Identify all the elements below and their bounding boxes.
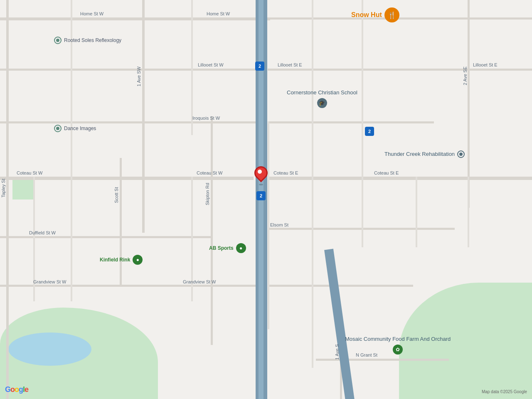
- pin-shadow: [259, 184, 263, 185]
- snow-hut-icon: 🍴: [384, 7, 399, 22]
- coteau-st-e-road: [268, 177, 532, 180]
- google-o1: o: [10, 385, 15, 394]
- iroquois-st-w-label: Iroquois St W: [192, 116, 220, 121]
- scott-st-label: Scott St: [114, 187, 119, 203]
- minor-road-5: [71, 177, 72, 301]
- duffield-st-label: Duffield St W: [29, 230, 56, 235]
- coteau-st-e-label-2: Coteau St E: [374, 170, 399, 175]
- iroquois-st-e-road: [268, 121, 434, 123]
- iroquois-st-w-road: [0, 121, 257, 123]
- skipton-rd-road: [211, 116, 213, 345]
- one-ave-sw-road: [142, 0, 145, 233]
- highway-badge-pin: 2: [256, 191, 266, 200]
- thunder-creek-place[interactable]: Thunder Creek Rehabilitation: [384, 150, 465, 158]
- lillooet-st-w-label: Lillooet St W: [198, 62, 224, 67]
- scott-st-road: [120, 158, 122, 287]
- snow-hut-place[interactable]: Snow Hut 🍴: [351, 7, 399, 22]
- two-ave-se-label: 2 Ave SE: [463, 66, 468, 85]
- google-e: e: [25, 385, 28, 394]
- map-container[interactable]: ↓ 2 Home St W Home St W Lillooet St W Li…: [0, 0, 532, 399]
- map-attribution: Map data ©2025 Google: [482, 389, 527, 394]
- skipton-rd-label: Skipton Rd: [205, 183, 210, 205]
- highway-badge-top: 2: [255, 62, 264, 71]
- minor-road-8: [268, 121, 269, 329]
- mosaic-farm-marker: ✿: [393, 345, 403, 355]
- coteau-st-w-label-2: Coteau St W: [197, 170, 222, 175]
- grandview-st-w-label-2: Grandview St W: [183, 279, 216, 284]
- google-g: G: [5, 385, 10, 394]
- grandview-st-w-road: [0, 285, 256, 287]
- rooted-soles-label: Rooted Soles Reflexology: [64, 37, 121, 43]
- one-ave-s-label: 1 Ave S: [335, 344, 340, 360]
- dance-images-label: Dance Images: [64, 126, 96, 131]
- minor-road-3: [191, 69, 193, 135]
- lillooet-st-e-road: [268, 69, 532, 71]
- tapley-st-label: Tapley St: [1, 179, 6, 197]
- grandview-st-e-road: [268, 285, 413, 287]
- google-g2: g: [19, 385, 23, 394]
- ab-sports-marker: ●: [236, 243, 246, 253]
- dance-images-place[interactable]: Dance Images: [54, 125, 96, 132]
- minor-road-2: [191, 0, 193, 71]
- rooted-soles-place[interactable]: Rooted Soles Reflexology: [54, 37, 121, 44]
- lillooet-st-w-road: [0, 69, 258, 71]
- highway-badge-right: 2: [365, 127, 374, 136]
- rooted-soles-marker: [54, 37, 62, 44]
- home-st-w-road: [0, 17, 270, 20]
- minor-road-16: [468, 177, 469, 247]
- mosaic-farm-place[interactable]: Mosaic Community Food Farm And Orchard ✿: [345, 336, 451, 355]
- one-ave-sw-label: 1 Ave SW: [136, 66, 141, 86]
- thunder-creek-marker: [457, 150, 465, 158]
- kinfield-rink-marker: ●: [133, 255, 143, 265]
- home-st-e-road: [270, 17, 532, 20]
- kinfield-rink-label: Kinfield Rink: [100, 257, 130, 263]
- coteau-st-e-label-1: Coteau St E: [273, 170, 298, 175]
- duffield-st-w-road: [0, 236, 212, 238]
- cornerstone-school-marker: 🎓: [317, 98, 327, 108]
- coteau-st-w-label-1: Coteau St W: [17, 170, 42, 175]
- minor-road-12: [362, 69, 363, 193]
- thunder-creek-label: Thunder Creek Rehabilitation: [384, 151, 455, 158]
- ab-sports-place[interactable]: AB Sports ●: [209, 243, 246, 253]
- minor-road-17: [312, 285, 313, 368]
- minor-road-9: [312, 0, 313, 71]
- cornerstone-school-place[interactable]: Cornerstone Christian School 🎓: [287, 89, 357, 108]
- home-st-w-label-2: Home St W: [207, 11, 230, 16]
- mosaic-farm-label: Mosaic Community Food Farm And Orchard: [345, 336, 451, 343]
- river-water: [8, 332, 91, 366]
- kinfield-rink-place[interactable]: Kinfield Rink ●: [100, 255, 143, 265]
- elsom-st-label: Elsom St: [270, 222, 288, 227]
- ab-sports-label: AB Sports: [209, 245, 234, 251]
- google-o2: o: [15, 385, 19, 394]
- minor-road-11: [312, 69, 313, 193]
- lillooet-st-e-label-1: Lillooet St E: [278, 62, 302, 67]
- minor-road-15: [416, 177, 417, 247]
- cornerstone-school-label: Cornerstone Christian School: [287, 89, 357, 96]
- lillooet-st-e-label-2: Lillooet St E: [473, 62, 498, 67]
- coteau-st-w-road: [0, 177, 254, 180]
- location-pin: [254, 166, 268, 185]
- home-st-w-label-1: Home St W: [80, 11, 103, 16]
- google-logo: Google: [5, 385, 28, 394]
- pin-dot: [258, 170, 262, 174]
- tapley-st-road: [6, 0, 9, 399]
- elsom-st-road: [268, 228, 455, 230]
- grandview-st-w-label-1: Grandview St W: [33, 279, 66, 284]
- snow-hut-label: Snow Hut: [351, 11, 382, 19]
- green-area-park: [12, 179, 33, 200]
- minor-road-14: [362, 177, 363, 247]
- dance-images-marker: [54, 125, 62, 132]
